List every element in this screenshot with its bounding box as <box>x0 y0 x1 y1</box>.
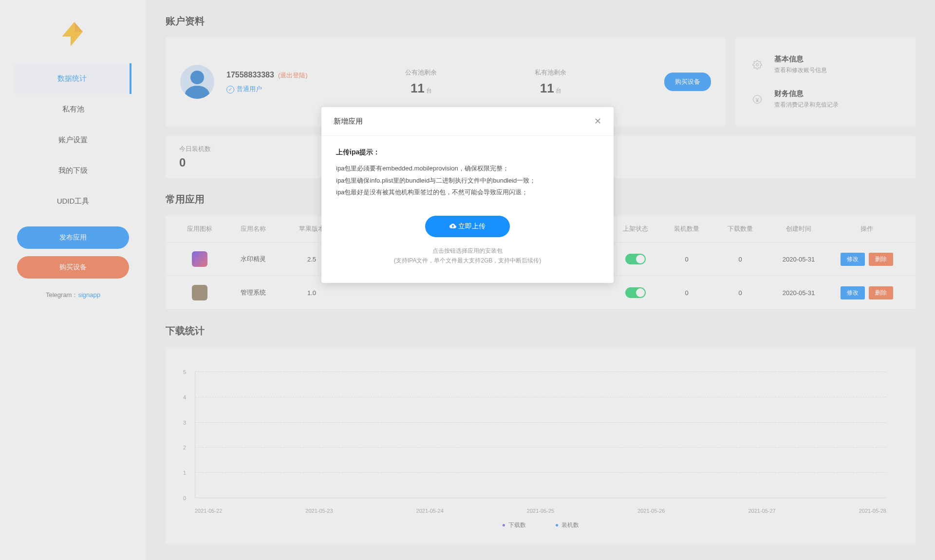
upload-hint: 点击按钮选择应用的安装包 (支持IPA文件，单个文件最大支持2GB，支持中断后续… <box>336 246 599 266</box>
upload-now-button[interactable]: 立即上传 <box>425 216 510 237</box>
add-app-modal: 新增应用 ✕ 上传ipa提示： ipa包里必须要有embedded.mobile… <box>321 107 614 283</box>
close-icon[interactable]: ✕ <box>594 116 601 127</box>
modal-overlay[interactable]: 新增应用 ✕ 上传ipa提示： ipa包里必须要有embedded.mobile… <box>0 0 935 560</box>
modal-title: 新增应用 <box>334 117 363 126</box>
upload-tip-title: 上传ipa提示： <box>336 148 599 157</box>
